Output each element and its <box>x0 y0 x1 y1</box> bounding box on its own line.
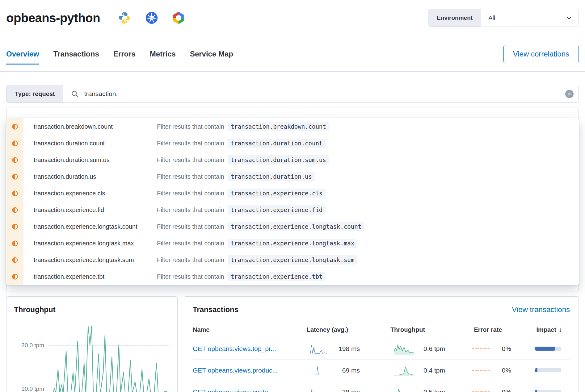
bottom-panels: Throughput 20.0 tpm 10.0 tpm Transaction… <box>6 296 579 392</box>
suggestion-item[interactable]: transaction.duration.sum.us Filter resul… <box>6 152 579 168</box>
error-rate-sparkline <box>472 370 490 371</box>
suggestion-field-name: transaction.duration.count <box>23 140 157 147</box>
kql-search-bar: Type: request ✕ <box>6 85 579 103</box>
environment-filter: Environment All <box>428 9 579 27</box>
suggestion-field-name: transaction.experience.cls <box>23 190 157 197</box>
tab-service-map[interactable]: Service Map <box>190 50 233 65</box>
suggestion-item[interactable]: transaction.experience.fid Filter result… <box>6 202 579 218</box>
view-correlations-button[interactable]: View correlations <box>503 45 579 63</box>
suggestion-item[interactable]: transaction.duration.count Filter result… <box>6 135 579 152</box>
kql-field-icon <box>6 268 23 285</box>
type-filter-badge[interactable]: Type: request <box>6 85 63 102</box>
page-title: opbeans-python <box>6 11 100 25</box>
kql-field-icon <box>6 168 23 185</box>
impact-bar <box>535 368 561 372</box>
tab-overview[interactable]: Overview <box>6 50 39 65</box>
table-row: GET opbeans.views.top_pr... 198 ms 0.6 t… <box>193 338 570 360</box>
view-transactions-link[interactable]: View transactions <box>512 305 570 314</box>
suggestion-description: Filter results that contain transaction.… <box>157 205 579 215</box>
clear-search-button[interactable]: ✕ <box>565 90 574 98</box>
suggestion-code: transaction.experience.cls <box>228 189 326 198</box>
suggestion-item[interactable]: transaction.experience.tbt Filter result… <box>6 268 579 285</box>
kql-field-icon <box>6 202 23 218</box>
suggestion-code: transaction.experience.longtask.count <box>228 222 364 231</box>
error-rate-cell: 0% <box>452 388 524 392</box>
suggestion-description: Filter results that contain transaction.… <box>157 172 579 181</box>
column-header-name[interactable]: Name <box>193 326 292 333</box>
table-body: GET opbeans.views.top_pr... 198 ms 0.6 t… <box>193 338 570 392</box>
throughput-cell: 0.5 tpm <box>363 386 452 392</box>
table-header-row: Name Latency (avg.) Throughput Error rat… <box>193 326 570 338</box>
throughput-line-series <box>53 326 169 392</box>
y-tick-label: 20.0 tpm <box>14 342 48 349</box>
table-row: GET opbeans.views.produc... 69 ms 0.4 tp… <box>193 360 570 381</box>
latency-cell: 38 ms <box>292 386 363 392</box>
search-input[interactable] <box>84 90 579 98</box>
throughput-sparkline <box>394 386 414 392</box>
throughput-chart: 20.0 tpm 10.0 tpm <box>14 326 170 392</box>
suggestion-item[interactable]: transaction.experience.longtask.count Fi… <box>6 218 579 235</box>
suggestion-field-name: transaction.experience.longtask.count <box>23 223 157 230</box>
impact-cell <box>524 347 570 351</box>
suggestion-code: transaction.experience.longtask.max <box>228 239 357 248</box>
suggestion-field-name: transaction.duration.sum.us <box>23 156 157 164</box>
tab-metrics[interactable]: Metrics <box>150 50 176 65</box>
suggestion-description: Filter results that contain transaction.… <box>157 189 579 198</box>
suggestions-dropdown: transaction.breakdown.count Filter resul… <box>6 118 579 285</box>
impact-bar-fill <box>535 368 537 372</box>
suggestion-description: Filter results that contain transaction.… <box>157 139 579 148</box>
throughput-panel: Throughput 20.0 tpm 10.0 tpm <box>6 296 178 392</box>
kql-field-icon <box>6 118 23 135</box>
suggestion-description: Filter results that contain transaction.… <box>157 272 579 281</box>
kql-field-icon <box>6 152 23 168</box>
service-header: opbeans-python <box>0 0 585 36</box>
suggestion-description: Filter results that contain transaction.… <box>157 255 579 265</box>
kql-field-icon <box>6 218 23 235</box>
suggestion-field-name: transaction.experience.fid <box>23 206 157 214</box>
suggestion-item[interactable]: transaction.experience.cls Filter result… <box>6 185 579 202</box>
suggestion-code: transaction.experience.tbt <box>228 272 326 281</box>
suggestion-item[interactable]: transaction.duration.us Filter results t… <box>6 168 579 185</box>
suggestion-field-name: transaction.breakdown.count <box>23 123 157 130</box>
column-header-latency[interactable]: Latency (avg.) <box>292 326 363 333</box>
error-rate-value: 0% <box>501 345 511 352</box>
service-agent-icons <box>118 11 185 24</box>
suggestion-code: transaction.experience.fid <box>228 205 326 215</box>
suggestion-field-name: transaction.experience.longtask.sum <box>23 256 157 264</box>
latency-cell: 69 ms <box>292 365 363 376</box>
throughput-value: 0.6 tpm <box>422 345 445 352</box>
latency-value: 198 ms <box>337 345 360 352</box>
tab-transactions[interactable]: Transactions <box>53 50 99 65</box>
y-tick-label: 10.0 tpm <box>14 386 48 392</box>
suggestion-item[interactable]: transaction.breakdown.count Filter resul… <box>6 118 579 135</box>
service-tabs-bar: Overview Transactions Errors Metrics Ser… <box>0 36 585 72</box>
suggestion-item[interactable]: transaction.experience.longtask.max Filt… <box>6 235 579 252</box>
suggestion-item[interactable]: transaction.experience.longtask.sum Filt… <box>6 252 579 268</box>
column-header-error-rate[interactable]: Error rate <box>452 326 524 333</box>
error-rate-cell: 0% <box>452 367 524 374</box>
latency-sparkline <box>310 365 327 376</box>
suggestion-description: Filter results that contain transaction.… <box>157 239 579 248</box>
transactions-panel: Transactions View transactions Name Late… <box>184 296 579 392</box>
environment-select[interactable]: All <box>481 9 579 27</box>
column-header-impact[interactable]: Impact ↓ <box>524 326 570 333</box>
throughput-sparkline <box>394 365 414 376</box>
suggestion-field-name: transaction.duration.us <box>23 173 157 180</box>
column-header-throughput[interactable]: Throughput <box>363 326 452 333</box>
latency-sparkline <box>310 343 327 354</box>
tab-errors[interactable]: Errors <box>113 50 136 65</box>
throughput-value: 0.5 tpm <box>422 388 445 392</box>
transaction-link[interactable]: GET opbeans.views.produc... <box>193 367 292 374</box>
suggestion-description: Filter results that contain transaction.… <box>157 122 579 131</box>
kql-field-icon <box>6 252 23 268</box>
transaction-link[interactable]: GET opbeans.views.custo... <box>193 388 292 392</box>
suggestion-code: transaction.breakdown.count <box>228 122 329 131</box>
google-cloud-logo-icon <box>172 12 185 24</box>
environment-selected-value: All <box>488 15 495 22</box>
search-icon <box>71 90 79 98</box>
transaction-link[interactable]: GET opbeans.views.top_pr... <box>193 345 292 352</box>
environment-label: Environment <box>428 9 481 27</box>
impact-bar <box>535 347 561 351</box>
latency-sparkline <box>310 386 327 392</box>
latency-value: 69 ms <box>337 367 360 374</box>
